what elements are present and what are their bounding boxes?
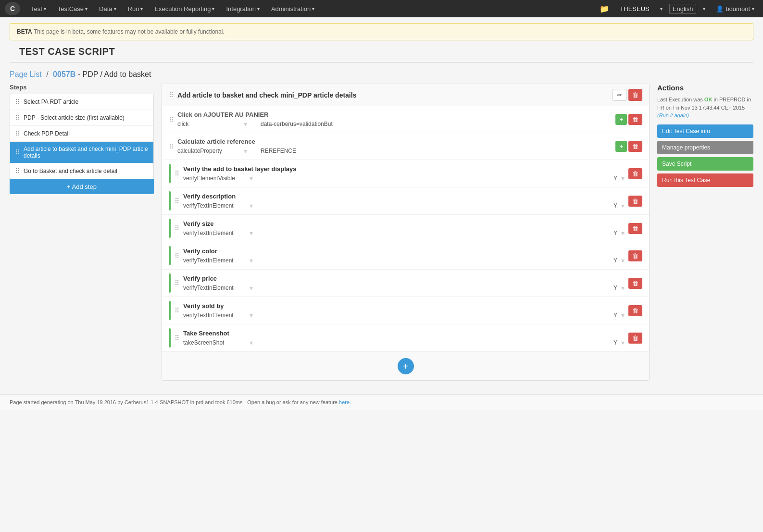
add-step-button[interactable]: + Add step (10, 179, 154, 194)
save-script-button[interactable]: Save Script (657, 157, 753, 171)
step-drag-icon-4: ⠿ (15, 148, 20, 156)
drag-icon-click-ajouter: ⠿ (169, 116, 174, 124)
delete-action-btn-2[interactable]: 🗑 (628, 141, 642, 152)
action-row-screenshot: ⠿ Take Sreenshot takeScreenShot ▾ Y ▾ 🗑 (162, 324, 649, 352)
nav-data[interactable]: Data ▾ (94, 0, 121, 17)
breadcrumb-test-id[interactable]: 0057B (53, 70, 75, 78)
delete-action-btn-verify-sold-by[interactable]: 🗑 (628, 305, 642, 316)
breadcrumb: Page List / 0057B - PDP / Add to basket (0, 70, 763, 84)
nav-test-caret: ▾ (44, 6, 46, 12)
nav-user[interactable]: 👤 bdumont ▾ (712, 5, 758, 12)
main-layout: Steps ⠿ Select PA RDT article ⠿ PDP - Se… (0, 84, 763, 384)
last-execution-info: Last Execution was OK in PREPROD in FR o… (657, 96, 753, 120)
nav-test[interactable]: Test ▾ (26, 0, 51, 17)
add-row-container: + (162, 352, 649, 380)
action-row-verify-size: ⠿ Verify size verifyTextInElement ▾ Y ▾ … (162, 215, 649, 242)
green-bar-verify-sold-by (169, 301, 171, 320)
nav-project: THESEUS (616, 5, 653, 12)
last-exec-status: OK (704, 97, 713, 102)
step-label-3: Check PDP Detail (24, 130, 70, 137)
manage-properties-button[interactable]: Manage properties (657, 141, 753, 154)
step-item-4[interactable]: ⠿ Add article to basket and check mini_P… (10, 142, 153, 163)
user-icon: 👤 (716, 5, 724, 12)
nav-project-dropdown[interactable]: ▾ (656, 6, 666, 12)
edit-test-case-info-button[interactable]: Edit Test Case info (657, 124, 753, 138)
action-selector-calc-ref: REREFENCE (261, 148, 296, 154)
step-item-3[interactable]: ⠿ Check PDP Detail (10, 126, 153, 142)
action-name-verify-price: Verify price (183, 275, 625, 282)
breadcrumb-page-list[interactable]: Page List (10, 70, 42, 78)
project-caret-icon: ▾ (660, 6, 663, 12)
step-card-drag-icon: ⠿ (169, 91, 174, 99)
step-label-4: Add article to basket and check mini_PDP… (24, 146, 149, 159)
nav-testcase[interactable]: TestCase ▾ (53, 0, 92, 17)
green-bar-verify-desc (169, 191, 171, 210)
action-name-calc-ref: Calculate article reference (177, 138, 612, 145)
footer-link[interactable]: here. (339, 399, 351, 405)
delete-action-btn-verify-color[interactable]: 🗑 (628, 250, 642, 261)
delete-action-btn-verify-basket[interactable]: 🗑 (628, 168, 642, 179)
drag-icon-verify-sold-by: ⠿ (175, 307, 179, 314)
center-panel: ⠿ Add article to basket and check mini_P… (162, 84, 650, 384)
action-selector-click-ajouter: data-cerberus=validationBut (261, 121, 333, 127)
green-bar-verify-basket (169, 164, 171, 183)
step-delete-button[interactable]: 🗑 (628, 89, 642, 101)
action-method-verify-size: verifyTextInElement (183, 230, 246, 236)
delete-action-btn-verify-size[interactable]: 🗑 (628, 223, 642, 234)
step-drag-icon-5: ⠿ (15, 167, 20, 175)
action-name-verify-desc: Verify description (183, 193, 625, 200)
nav-folder[interactable]: 📁 (596, 4, 613, 13)
action-row-verify-desc: ⠿ Verify description verifyTextInElement… (162, 187, 649, 215)
action-y-verify-color: Y (613, 257, 617, 264)
add-action-circle-button[interactable]: + (398, 358, 414, 374)
navbar: C Test ▾ TestCase ▾ Data ▾ Run ▾ Executi… (0, 0, 763, 17)
nav-run-caret: ▾ (140, 6, 143, 12)
action-method-calc-ref: calculateProperty (177, 148, 240, 154)
delete-action-btn-1[interactable]: 🗑 (628, 114, 642, 125)
drag-icon-calc-ref: ⠿ (169, 143, 174, 150)
nav-lang-dropdown[interactable]: ▾ (699, 6, 709, 12)
beta-label: BETA (17, 28, 32, 35)
action-y-verify-price: Y (613, 285, 617, 291)
run-again-link[interactable]: (Run it again) (657, 112, 689, 118)
nav-run[interactable]: Run ▾ (123, 0, 148, 17)
breadcrumb-rest: - PDP / Add to basket (78, 70, 151, 78)
nav-right: 📁 THESEUS ▾ English ▾ 👤 bdumont ▾ (596, 4, 758, 14)
action-y-verify-basket: Y (613, 175, 617, 182)
nav-language[interactable]: English (669, 4, 697, 14)
user-caret-icon: ▾ (752, 6, 754, 12)
action-y-verify-size: Y (613, 230, 617, 236)
delete-action-btn-screenshot[interactable]: 🗑 (628, 333, 642, 344)
action-method-verify-basket: verifyElementVisible (183, 175, 246, 182)
drag-icon-verify-color: ⠿ (175, 252, 179, 260)
action-row-verify-basket: ⠿ Verify the add to basket layer display… (162, 160, 649, 187)
delete-action-btn-verify-price[interactable]: 🗑 (628, 278, 642, 289)
step-card-body: ⠿ Click on AJOUTER AU PANIER click ▾ dat… (162, 106, 649, 352)
action-y-screenshot: Y (613, 339, 617, 346)
add-sub-action-btn-1[interactable]: + (615, 114, 627, 125)
action-name-verify-basket: Verify the add to basket layer displays (183, 165, 625, 173)
step-edit-button[interactable]: ✏ (613, 89, 626, 101)
step-item-5[interactable]: ⠿ Go to Basket and check article detail (10, 163, 153, 179)
action-name-verify-sold-by: Verify sold by (183, 302, 625, 309)
nav-execution-reporting[interactable]: Execution Reporting ▾ (150, 0, 219, 17)
action-row-verify-sold-by: ⠿ Verify sold by verifyTextInElement ▾ Y… (162, 297, 649, 324)
nav-administration[interactable]: Administration ▾ (266, 0, 319, 17)
actions-title: Actions (657, 84, 753, 92)
nav-integration[interactable]: Integration ▾ (221, 0, 264, 17)
beta-text: This page is in beta, some features may … (34, 28, 225, 35)
action-method-verify-desc: verifyTextInElement (183, 202, 246, 209)
brand-logo[interactable]: C (5, 2, 20, 15)
action-method-click-ajouter: click (177, 121, 240, 127)
run-test-case-button[interactable]: Run this Test Case (657, 173, 753, 187)
step-item-2[interactable]: ⠿ PDP - Select article size (first avail… (10, 110, 153, 126)
delete-action-btn-verify-desc[interactable]: 🗑 (628, 196, 642, 207)
action-row-verify-color: ⠿ Verify color verifyTextInElement ▾ Y ▾… (162, 242, 649, 270)
step-card-header: ⠿ Add article to basket and check mini_P… (162, 84, 649, 106)
add-sub-action-btn-2[interactable]: + (615, 141, 627, 152)
action-method-verify-color: verifyTextInElement (183, 257, 246, 264)
steps-header: Steps (10, 84, 154, 91)
drag-icon-verify-desc: ⠿ (175, 197, 179, 205)
left-panel: Steps ⠿ Select PA RDT article ⠿ PDP - Se… (10, 84, 154, 384)
step-item-1[interactable]: ⠿ Select PA RDT article (10, 94, 153, 110)
